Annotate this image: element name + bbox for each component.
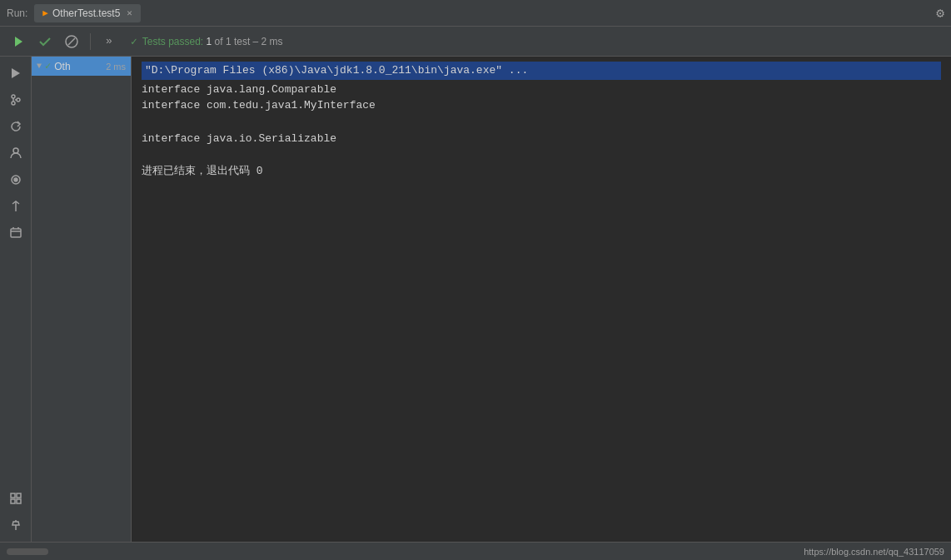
test-panel: ▼ ✓ Oth 2 ms <box>32 57 132 542</box>
test-item-check-icon: ✓ <box>45 60 51 72</box>
svg-point-4 <box>12 95 15 98</box>
more-button[interactable]: » <box>97 30 121 53</box>
svg-point-6 <box>17 98 20 102</box>
top-bar: Run: ▶ OtherTest.test5 ✕ ⚙ <box>0 0 951 27</box>
tab-label: OtherTest.test5 <box>52 7 120 19</box>
test-result-text: Tests passed: 1 of 1 test – 2 ms <box>142 36 283 47</box>
svg-rect-17 <box>11 493 15 498</box>
svg-rect-20 <box>17 499 21 503</box>
svg-rect-13 <box>11 229 21 237</box>
output-area: "D:\Program Files (x86)\Java\jdk1.8.0_21… <box>132 57 951 542</box>
run-button[interactable] <box>7 30 30 53</box>
svg-point-11 <box>14 178 17 181</box>
test-result-bar: ✓ Tests passed: 1 of 1 test – 2 ms <box>124 35 290 48</box>
settings-gear-icon[interactable]: ⚙ <box>936 5 944 22</box>
rerun-check-button[interactable] <box>33 30 57 53</box>
svg-line-2 <box>68 38 75 45</box>
svg-marker-0 <box>15 37 22 47</box>
status-bar-url: https://blog.csdn.net/qq_43117059 <box>804 547 944 557</box>
test-item-time: 2 ms <box>106 62 126 72</box>
svg-point-5 <box>12 102 15 105</box>
output-exit-line: 进程已结束，退出代码 0 <box>142 163 941 180</box>
more-icon: » <box>106 35 112 47</box>
sidebar-profile-icon[interactable] <box>4 141 27 165</box>
output-empty-line-2 <box>142 146 941 163</box>
scroll-indicator[interactable] <box>7 548 48 555</box>
test-item-arrow: ▼ <box>37 62 42 71</box>
test-panel-item[interactable]: ▼ ✓ Oth 2 ms <box>32 57 131 76</box>
sidebar-merge-icon[interactable] <box>4 195 27 218</box>
output-line-1: interface java.lang.Comparable <box>142 82 941 98</box>
status-bar: https://blog.csdn.net/qq_43117059 <box>0 542 951 560</box>
test-detail: of 1 test – 2 ms <box>212 36 282 47</box>
run-tab[interactable]: ▶ OtherTest.test5 ✕ <box>34 4 141 22</box>
sidebar-vcs-icon[interactable] <box>4 88 27 112</box>
sidebar-snapshot-icon[interactable] <box>4 168 27 191</box>
tab-kt-icon: ▶ <box>42 7 48 18</box>
output-path-line: "D:\Program Files (x86)\Java\jdk1.8.0_21… <box>142 62 941 80</box>
sidebar-run-icon[interactable] <box>4 62 27 85</box>
left-sidebar <box>0 57 32 542</box>
svg-marker-3 <box>12 68 20 78</box>
tab-close-icon[interactable]: ✕ <box>127 7 132 18</box>
toolbar: » ✓ Tests passed: 1 of 1 test – 2 ms <box>0 27 951 57</box>
output-empty-line-1 <box>142 114 941 131</box>
test-item-label: Oth <box>54 61 70 72</box>
sidebar-update-icon[interactable] <box>4 115 27 138</box>
svg-rect-19 <box>11 499 15 503</box>
output-line-3: interface java.io.Serializable <box>142 131 941 147</box>
sidebar-history-icon[interactable] <box>4 221 27 245</box>
output-line-2: interface com.tedu.java1.MyInterface <box>142 97 941 114</box>
svg-point-9 <box>13 148 18 153</box>
svg-rect-18 <box>17 493 21 498</box>
test-check-icon: ✓ <box>131 35 137 48</box>
main-content: ▼ ✓ Oth 2 ms "D:\Program Files (x86)\Jav… <box>0 57 951 542</box>
sidebar-layout-icon[interactable] <box>4 487 27 510</box>
sidebar-pin-icon[interactable] <box>4 513 27 537</box>
tests-passed-label: Tests passed: <box>142 36 207 47</box>
run-label: Run: <box>7 7 27 19</box>
toolbar-separator-1 <box>90 33 91 50</box>
stop-button[interactable] <box>60 30 83 53</box>
